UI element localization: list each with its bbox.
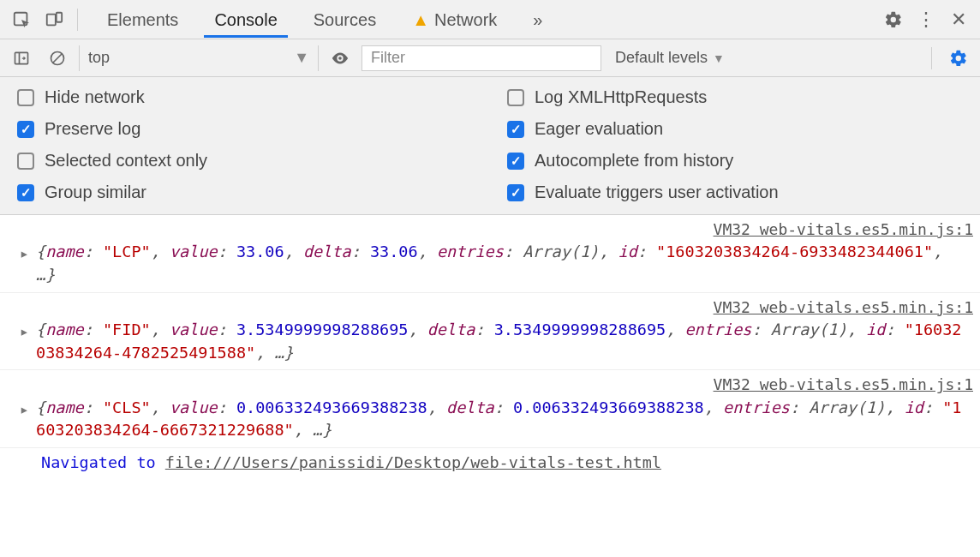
- chevron-down-icon: ▼: [294, 49, 309, 67]
- checkbox-icon: [17, 153, 34, 170]
- checkbox-label: Selected context only: [45, 151, 207, 171]
- checkbox-autocomplete-history[interactable]: Autocomplete from history: [507, 151, 963, 171]
- checkbox-label: Eager evaluation: [535, 119, 663, 139]
- checkbox-log-xhr[interactable]: Log XMLHttpRequests: [507, 87, 963, 107]
- context-selector[interactable]: top ▼: [79, 45, 319, 71]
- chevron-down-icon: ▼: [713, 51, 725, 65]
- expand-arrow-icon[interactable]: ▸: [7, 397, 36, 422]
- tab-sources[interactable]: Sources: [303, 2, 386, 38]
- svg-line-5: [53, 54, 62, 63]
- message-source-link[interactable]: VM32 web-vitals.es5.min.js:1: [714, 219, 973, 241]
- settings-gear-icon[interactable]: [879, 5, 908, 34]
- logged-object[interactable]: {name: "CLS", value: 0.00633249366938823…: [36, 397, 973, 443]
- clear-console-icon[interactable]: [43, 44, 72, 73]
- filter-input[interactable]: [362, 45, 601, 71]
- tab-elements[interactable]: Elements: [97, 2, 188, 38]
- warning-icon: ▲: [412, 10, 429, 29]
- separator: [77, 9, 78, 31]
- console-settings-panel: Hide network Log XMLHttpRequests Preserv…: [0, 77, 980, 215]
- inspect-icon[interactable]: [7, 5, 36, 34]
- logged-object[interactable]: {name: "FID", value: 3.5349999998288695,…: [36, 319, 973, 365]
- svg-rect-1: [47, 14, 56, 25]
- checkbox-evaluate-triggers[interactable]: Evaluate triggers user activation: [507, 183, 963, 202]
- checkbox-preserve-log[interactable]: Preserve log: [17, 119, 473, 139]
- expand-arrow-icon[interactable]: ▸: [7, 241, 36, 266]
- log-levels-selector[interactable]: Default levels ▼: [608, 49, 732, 67]
- message-source-link[interactable]: VM32 web-vitals.es5.min.js:1: [714, 374, 973, 396]
- navigation-prefix: Navigated to: [41, 453, 165, 471]
- checkbox-icon: [507, 89, 524, 106]
- checkbox-label: Log XMLHttpRequests: [535, 87, 707, 107]
- logged-object[interactable]: {name: "LCP", value: 33.06, delta: 33.06…: [36, 241, 973, 287]
- context-selected: top: [88, 49, 110, 67]
- svg-rect-3: [15, 52, 28, 63]
- panel-tabs: Elements Console Sources ▲Network »: [97, 2, 553, 38]
- expand-arrow-icon[interactable]: ▸: [7, 319, 36, 344]
- devtools-main-toolbar: Elements Console Sources ▲Network » ⋮ ✕: [0, 0, 980, 39]
- kebab-menu-icon[interactable]: ⋮: [911, 5, 941, 34]
- tabs-overflow[interactable]: »: [523, 2, 553, 38]
- tab-console[interactable]: Console: [204, 2, 287, 38]
- navigation-url[interactable]: file:///Users/panissidi/Desktop/web-vita…: [165, 453, 661, 471]
- checkbox-label: Preserve log: [45, 119, 140, 139]
- live-expression-icon[interactable]: [326, 44, 355, 73]
- checkbox-icon: [17, 184, 34, 201]
- separator: [931, 47, 932, 69]
- navigation-message: Navigated to file:///Users/panissidi/Des…: [0, 448, 980, 478]
- checkbox-group-similar[interactable]: Group similar: [17, 183, 473, 202]
- checkbox-label: Evaluate triggers user activation: [535, 183, 779, 202]
- console-sub-toolbar: top ▼ Default levels ▼: [0, 39, 980, 77]
- checkbox-label: Group similar: [45, 183, 146, 202]
- svg-rect-2: [57, 12, 62, 21]
- device-toggle-icon[interactable]: [39, 5, 69, 34]
- checkbox-icon: [507, 184, 524, 201]
- log-levels-label: Default levels: [615, 49, 708, 67]
- checkbox-icon: [17, 121, 34, 138]
- sidebar-toggle-icon[interactable]: [7, 44, 36, 73]
- console-output: VM32 web-vitals.es5.min.js:1▸{name: "LCP…: [0, 215, 980, 478]
- checkbox-icon: [17, 89, 34, 106]
- close-icon[interactable]: ✕: [944, 5, 973, 34]
- console-message: VM32 web-vitals.es5.min.js:1▸{name: "FID…: [0, 293, 980, 371]
- console-message: VM32 web-vitals.es5.min.js:1▸{name: "CLS…: [0, 370, 980, 448]
- tab-network-label: Network: [434, 10, 497, 29]
- checkbox-hide-network[interactable]: Hide network: [17, 87, 473, 107]
- message-source-link[interactable]: VM32 web-vitals.es5.min.js:1: [714, 296, 973, 319]
- svg-point-6: [338, 57, 342, 60]
- checkbox-icon: [507, 153, 524, 170]
- console-settings-gear-icon[interactable]: [944, 44, 973, 73]
- tab-network[interactable]: ▲Network: [402, 2, 507, 38]
- checkbox-label: Autocomplete from history: [535, 151, 733, 171]
- console-message: VM32 web-vitals.es5.min.js:1▸{name: "LCP…: [0, 215, 980, 293]
- checkbox-selected-context[interactable]: Selected context only: [17, 151, 473, 171]
- checkbox-label: Hide network: [45, 87, 145, 107]
- checkbox-eager-eval[interactable]: Eager evaluation: [507, 119, 963, 139]
- checkbox-icon: [507, 121, 524, 138]
